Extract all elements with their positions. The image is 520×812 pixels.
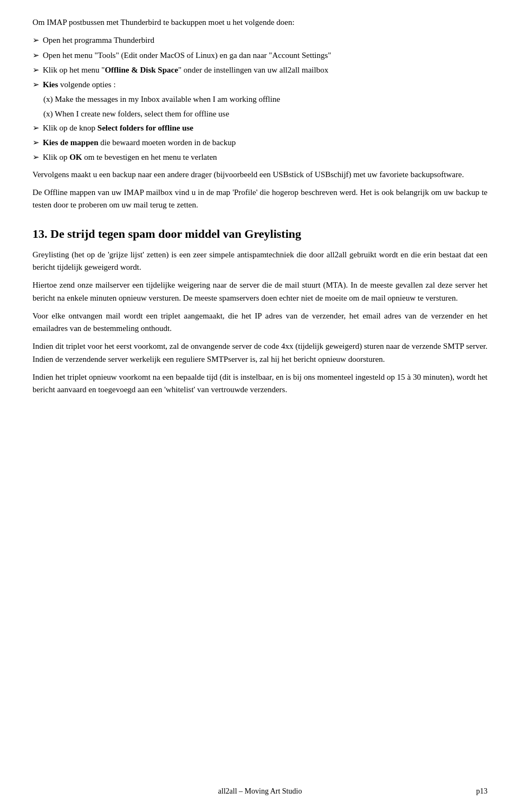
section-13-title: De strijd tegen spam door middel van Gre… [48,227,302,241]
section-13-number: 13. [32,227,48,241]
step-6-text: Kies de mappen die bewaard moeten worden… [43,137,487,149]
step-2: ➢ Open het menu "Tools" (Edit onder MacO… [32,49,487,62]
section-13-heading: 13. De strijd tegen spam door middel van… [32,226,487,242]
arrow-icon-7: ➢ [32,151,40,164]
page-container: Om IMAP postbussen met Thunderbird te ba… [0,0,520,812]
step-1-text: Open het programma Thunderbird [43,34,487,47]
kies-mappen-bold: Kies de mappen [43,138,99,147]
step-3-text: Klik op het menu "Offline & Disk Space" … [43,64,487,76]
step-5-select: ➢ Klik op de knop Select folders for off… [32,122,487,134]
step-7-text: Klik op OK om te bevestigen en het menu … [43,151,487,164]
option-2: (x) When I create new folders, select th… [32,108,487,120]
greylisting-p5: Indien het triplet opnieuw voorkomt na e… [32,371,487,397]
footer-page-text: p13 [476,787,487,795]
step-7-ok: ➢ Klik op OK om te bevestigen en het men… [32,151,487,164]
intro-text: Om IMAP postbussen met Thunderbird te ba… [32,18,295,27]
greylisting-p1: Greylisting (het op de 'grijze lijst' ze… [32,249,487,274]
footer-studio-text: all2all – Moving Art Studio [218,787,302,795]
footer-page-number: p13 [476,787,487,796]
arrow-icon-5: ➢ [32,122,40,134]
option-1-text: (x) Make the messages in my Inbox availa… [43,95,280,103]
arrow-icon-2: ➢ [32,49,40,62]
vervolgens-text: Vervolgens maakt u een backup naar een a… [32,170,464,179]
greylisting-p2: Hiertoe zend onze mailserver een tijdeli… [32,279,487,304]
de-offline-paragraph: De Offline mappen van uw IMAP mailbox vi… [32,186,487,212]
greylisting-p2-text: Hiertoe zend onze mailserver een tijdeli… [32,281,487,302]
select-folders-bold: Select folders for offline use [98,124,193,132]
step-1: ➢ Open het programma Thunderbird [32,34,487,47]
greylisting-p4-text: Indien dit triplet voor het eerst voorko… [32,342,487,363]
greylisting-p5-text: Indien het triplet opnieuw voorkomt na e… [32,373,487,394]
greylisting-p1-text: Greylisting (het op de 'grijze lijst' ze… [32,250,487,271]
de-offline-text: De Offline mappen van uw IMAP mailbox vi… [32,188,487,209]
step-4-kies: ➢ Kies volgende opties : [32,79,487,91]
step-4-text: Kies volgende opties : [43,79,487,91]
kies-bold: Kies [43,80,58,89]
arrow-icon-4: ➢ [32,79,40,91]
step-5-text: Klik op de knop Select folders for offli… [43,122,487,134]
step-3: ➢ Klik op het menu "Offline & Disk Space… [32,64,487,76]
ok-bold: OK [69,153,82,161]
greylisting-p3: Voor elke ontvangen mail wordt een tripl… [32,310,487,335]
content-body: Om IMAP postbussen met Thunderbird te ba… [32,16,487,396]
vervolgens-paragraph: Vervolgens maakt u een backup naar een a… [32,168,487,181]
intro-paragraph: Om IMAP postbussen met Thunderbird te ba… [32,16,487,29]
kies-rest: volgende opties : [58,80,115,89]
step-6-mappen: ➢ Kies de mappen die bewaard moeten word… [32,137,487,149]
footer-text: all2all – Moving Art Studio [32,787,487,796]
greylisting-p3-text: Voor elke ontvangen mail wordt een tripl… [32,311,487,333]
page-footer: all2all – Moving Art Studio p13 [0,787,520,796]
option-2-text: (x) When I create new folders, select th… [43,109,229,118]
arrow-icon-1: ➢ [32,34,40,47]
arrow-icon-3: ➢ [32,64,40,76]
ok-rest: om te bevestigen en het menu te verlaten [82,153,217,161]
option-1: (x) Make the messages in my Inbox availa… [32,93,487,106]
arrow-icon-6: ➢ [32,137,40,149]
greylisting-p4: Indien dit triplet voor het eerst voorko… [32,340,487,366]
step-2-text: Open het menu "Tools" (Edit onder MacOS … [43,49,487,62]
kies-mappen-rest: die bewaard moeten worden in de backup [99,138,236,147]
